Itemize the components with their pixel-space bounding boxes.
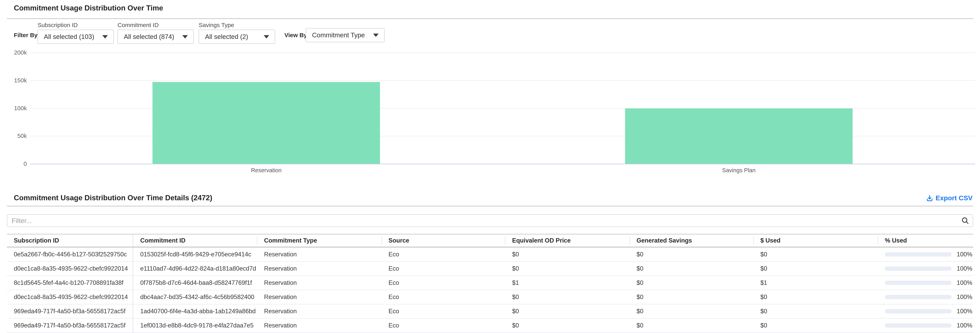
search-icon[interactable]	[961, 216, 969, 225]
used-percent-progress-bar	[885, 280, 951, 285]
table-row: 8c1d5645-5fef-4a4c-b120-7708891fa38f 0f7…	[7, 276, 973, 290]
cell-commitment-id: 0153025f-fcd8-45f6-9429-e705ece9414c	[133, 247, 257, 261]
subscription-id-dropdown[interactable]: All selected (103)	[38, 30, 114, 44]
cell-source: Eco	[381, 290, 505, 304]
column-header-source[interactable]: Source	[381, 234, 505, 247]
table-filter-input[interactable]	[7, 214, 973, 227]
cell-commitment-type: Reservation	[257, 247, 381, 261]
used-percent-label: 100%	[957, 279, 972, 287]
cell-source: Eco	[381, 247, 505, 261]
filter-by-label: Filter By:	[14, 32, 40, 38]
cell-source: Eco	[381, 319, 505, 332]
commitment-id-dropdown[interactable]: All selected (874)	[118, 30, 194, 44]
cell-used-percent: 100%	[878, 290, 973, 304]
details-table: Subscription ID Commitment ID Commitment…	[7, 234, 973, 333]
table-row: d0ec1ca8-8a35-4935-9622-cbefc9922014 dbc…	[7, 290, 973, 304]
column-header-commitment-type[interactable]: Commitment Type	[257, 234, 381, 247]
y-axis-tick-label: 150k	[14, 77, 27, 84]
y-axis-tick-label: 200k	[14, 49, 27, 56]
details-section-title: Commitment Usage Distribution Over Time …	[14, 194, 212, 202]
table-row: 0e5a2667-fb0c-4456-b127-503f2529750c 015…	[7, 247, 973, 262]
gridline	[30, 80, 975, 81]
used-percent-label: 100%	[957, 265, 972, 272]
used-percent-progress-bar	[885, 252, 951, 257]
table-row: d0ec1ca8-8a35-4935-9622-cbefc9922014 e11…	[7, 262, 973, 276]
column-header-equivalent-od-price[interactable]: Equivalent OD Price	[505, 234, 630, 247]
chevron-down-icon	[102, 35, 108, 38]
cell-commitment-type: Reservation	[257, 304, 381, 318]
cell-subscription-id: 969eda49-717f-4a50-bf3a-56558172ac5f	[7, 304, 133, 318]
cell-used-amount: $1	[753, 276, 878, 290]
filter-group-subscription-id: Subscription ID All selected (103)	[38, 22, 114, 44]
cell-used-amount: $0	[753, 290, 878, 304]
used-percent-progress-bar	[885, 323, 951, 328]
chevron-down-icon	[182, 35, 188, 38]
savings-type-dropdown[interactable]: All selected (2)	[199, 30, 275, 44]
view-by-dropdown[interactable]: Commitment Type	[306, 28, 385, 42]
used-percent-label: 100%	[957, 308, 972, 315]
title-divider	[7, 18, 973, 19]
savings-type-filter-label: Savings Type	[199, 22, 275, 28]
commitment-id-filter-label: Commitment ID	[118, 22, 194, 28]
cell-used-percent: 100%	[878, 276, 973, 290]
cell-commitment-id: e1110ad7-4d96-4d22-824a-d181a80ecd7d	[133, 262, 257, 276]
used-percent-label: 100%	[957, 293, 972, 301]
cell-generated-savings: $0	[630, 276, 753, 290]
y-axis-tick-label: 100k	[14, 105, 27, 112]
cell-equivalent-od-price: $0	[505, 304, 630, 318]
cell-source: Eco	[381, 276, 505, 290]
used-percent-progress-bar	[885, 295, 951, 299]
cell-commitment-type: Reservation	[257, 319, 381, 332]
cell-generated-savings: $0	[630, 304, 753, 318]
used-percent-progress-bar	[885, 309, 951, 314]
column-header-used-amount[interactable]: $ Used	[753, 234, 878, 247]
page-title: Commitment Usage Distribution Over Time	[14, 4, 163, 12]
filter-group-commitment-id: Commitment ID All selected (874)	[118, 22, 194, 44]
commitment-id-dropdown-value: All selected (874)	[124, 33, 174, 40]
details-divider	[7, 206, 973, 206]
cell-subscription-id: d0ec1ca8-8a35-4935-9622-cbefc9922014	[7, 262, 133, 276]
table-body: 0e5a2667-fb0c-4456-b127-503f2529750c 015…	[7, 247, 973, 333]
download-icon	[926, 194, 933, 202]
cell-equivalent-od-price: $0	[505, 290, 630, 304]
column-header-generated-savings[interactable]: Generated Savings	[630, 234, 753, 247]
x-axis-tick-label: Reservation	[30, 167, 503, 174]
cell-used-percent: 100%	[878, 319, 973, 332]
cell-commitment-id: 1ad40700-6f4e-4a3d-abba-1ab1249a86bd	[133, 304, 257, 318]
cell-used-percent: 100%	[878, 304, 973, 318]
cell-used-percent: 100%	[878, 247, 973, 261]
bar-savings-plan[interactable]	[625, 108, 853, 164]
cell-subscription-id: 969eda49-717f-4a50-bf3a-56558172ac5f	[7, 319, 133, 332]
bar-reservation[interactable]	[153, 82, 380, 164]
cell-commitment-id: dbc4aac7-bd35-4342-af6c-4c56b9582400	[133, 290, 257, 304]
subscription-id-dropdown-value: All selected (103)	[44, 33, 94, 40]
view-by-dropdown-value: Commitment Type	[312, 32, 365, 39]
cell-equivalent-od-price: $0	[505, 247, 630, 261]
cell-commitment-id: 0f7875b8-d7c6-46d4-baa8-d58247769f1f	[133, 276, 257, 290]
cell-generated-savings: $0	[630, 290, 753, 304]
y-axis-tick-label: 0	[24, 160, 27, 167]
commitment-usage-bar-chart: 050k100k150k200kReservationSavings Plan	[30, 53, 975, 164]
cell-equivalent-od-price: $0	[505, 262, 630, 276]
filter-group-savings-type: Savings Type All selected (2)	[199, 22, 275, 44]
export-csv-label: Export CSV	[935, 194, 972, 202]
used-percent-label: 100%	[957, 251, 972, 258]
savings-type-dropdown-value: All selected (2)	[205, 33, 248, 40]
cell-generated-savings: $0	[630, 319, 753, 332]
export-csv-button[interactable]: Export CSV	[926, 194, 972, 202]
cell-subscription-id: d0ec1ca8-8a35-4935-9622-cbefc9922014	[7, 290, 133, 304]
column-header-subscription-id[interactable]: Subscription ID	[7, 234, 133, 247]
chevron-down-icon	[264, 35, 269, 38]
cell-used-amount: $0	[753, 304, 878, 318]
cell-generated-savings: $0	[630, 247, 753, 261]
dashboard-page: { "page": { "title": "Commitment Usage D…	[0, 0, 980, 333]
column-header-commitment-id[interactable]: Commitment ID	[133, 234, 257, 247]
used-percent-progress-bar	[885, 266, 951, 271]
cell-used-amount: $0	[753, 262, 878, 276]
subscription-id-filter-label: Subscription ID	[38, 22, 114, 28]
table-filter-wrap	[7, 214, 973, 227]
used-percent-label: 100%	[957, 322, 972, 329]
cell-commitment-type: Reservation	[257, 276, 381, 290]
cell-equivalent-od-price: $0	[505, 319, 630, 332]
column-header-used-percent[interactable]: % Used	[878, 234, 973, 247]
